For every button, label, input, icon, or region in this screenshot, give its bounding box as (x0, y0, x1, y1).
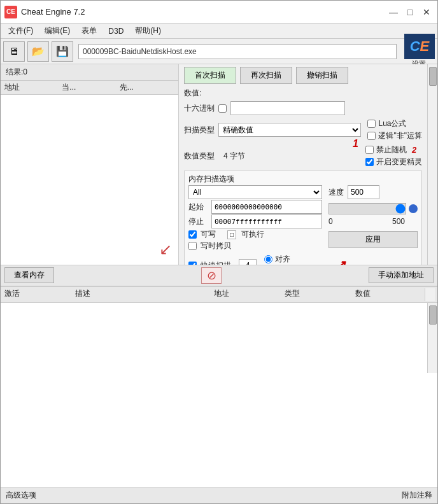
menu-table[interactable]: 表单 (76, 24, 102, 38)
not-logic-row: 逻辑"非"运算 (367, 130, 422, 141)
result-header: 结果:0 (1, 64, 178, 81)
scrollbar-thumb[interactable] (429, 67, 437, 86)
value-row: 数值: (184, 88, 422, 99)
col-type: 类型 (283, 288, 354, 301)
first-scan-button[interactable]: 首次扫描 (184, 67, 236, 84)
maximize-button[interactable]: □ (403, 6, 417, 18)
bottom-bar: 查看内存 ⊘ 手动添加地址 (1, 265, 437, 286)
copy-on-write-checkbox[interactable] (188, 242, 197, 250)
next-scan-button[interactable]: 再次扫描 (240, 67, 292, 84)
speed-input[interactable] (348, 185, 379, 199)
footer-annotation[interactable]: 附加注释 (402, 490, 432, 501)
annotation-3: ↗ (335, 257, 346, 265)
stop-label: 停止 (188, 216, 208, 227)
close-button[interactable]: ✕ (420, 6, 434, 18)
addr-table-header: 激活 描述 地址 类型 数值 (1, 287, 437, 303)
memory-scan-label-row: 内存扫描选项 (188, 174, 418, 185)
memory-select-row: All (188, 185, 322, 199)
slider-max: 500 (392, 217, 405, 226)
open-button[interactable]: 📂 (27, 41, 49, 62)
scan-type-select[interactable]: 精确数值 (218, 123, 361, 137)
copy-on-write-label: 写时拷贝 (201, 241, 231, 251)
delete-button[interactable]: ⊘ (201, 267, 222, 284)
stop-random-label: 禁止随机 (376, 144, 407, 155)
table-scrollbar[interactable] (427, 303, 437, 373)
start-row: 起始 (188, 200, 322, 214)
result-count: 结果:0 (3, 66, 30, 79)
col-active: 激活 (3, 288, 74, 301)
menu-bar: 文件(F) 编辑(E) 表单 D3D 帮助(H) (1, 24, 437, 39)
monitor-button[interactable]: 🖥 (3, 41, 25, 62)
lua-formula-checkbox[interactable] (367, 120, 376, 128)
speed-row: 速度 (328, 185, 418, 199)
value-input[interactable] (230, 101, 345, 115)
window-controls: — □ ✕ (386, 6, 434, 18)
scan-results-list[interactable]: ↙ (1, 95, 178, 265)
view-memory-button[interactable]: 查看内存 (4, 267, 54, 283)
right-scrollbar[interactable] (427, 64, 437, 265)
stop-random-row: 禁止随机 2 (365, 144, 422, 155)
addr-table-body[interactable] (1, 303, 437, 503)
title-left: CE Cheat Engine 7.2 (4, 6, 85, 18)
process-bar[interactable]: 000009BC-BaiduNetdiskHost.exe (78, 44, 397, 59)
hex-checkbox[interactable] (218, 104, 227, 113)
memory-scan-section: 内存扫描选项 All 起始 停 (184, 171, 422, 265)
stop-input[interactable] (211, 214, 322, 228)
col-description: 描述 (74, 288, 213, 301)
start-label: 起始 (188, 202, 208, 213)
col-addr: 地址 (213, 288, 283, 301)
lua-formula-label: Lua公式 (378, 118, 406, 129)
col-value: 数值 (354, 288, 425, 301)
hex-row: 十六进制 (184, 101, 422, 115)
enable-change-checkbox[interactable] (365, 158, 374, 166)
cancel-scan-button[interactable]: 撤销扫描 (296, 67, 348, 84)
arrow-down-indicator: ↙ (159, 241, 172, 258)
slider-container (328, 203, 418, 214)
col-current: 当... (60, 81, 118, 94)
copy-on-write-row: 写时拷贝 (188, 241, 322, 251)
start-input[interactable] (211, 200, 322, 214)
memory-scan-label: 内存扫描选项 (188, 174, 234, 185)
col-previous: 先... (118, 81, 176, 94)
apply-button[interactable]: 应用 (328, 231, 418, 248)
fast-scan-input[interactable] (239, 259, 257, 265)
stop-random-checkbox[interactable] (365, 146, 374, 154)
executable-label: 可执行 (241, 229, 264, 240)
save-button[interactable]: 💾 (52, 41, 73, 62)
footer-advanced[interactable]: 高级选项 (6, 490, 36, 501)
left-panel: 结果:0 地址 当... 先... ↙ (1, 64, 179, 265)
memory-scan-left: All 起始 停止 可写 (188, 185, 322, 265)
value-label: 数值: (184, 88, 201, 99)
manual-add-button[interactable]: 手动添加地址 (369, 267, 434, 283)
table-scrollbar-top (425, 288, 435, 301)
align-label: 对齐 (275, 254, 290, 265)
footer: 高级选项 附加注释 (1, 487, 437, 503)
value-type-value: 4 字节 (223, 151, 245, 162)
minimize-button[interactable]: — (386, 6, 400, 18)
align-radio[interactable] (264, 255, 272, 263)
speed-slider[interactable] (328, 203, 406, 214)
not-logic-checkbox[interactable] (367, 132, 376, 140)
fast-scan-row: 快速扫描 对齐 最后位数 (188, 254, 322, 265)
toolbar: 🖥 📂 💾 000009BC-BaiduNetdiskHost.exe CE 设… (1, 39, 437, 64)
column-headers: 地址 当... 先... (1, 81, 178, 95)
fast-scan-label: 快速扫描 (201, 260, 231, 265)
not-logic-label: 逻辑"非"运算 (378, 130, 422, 141)
memory-type-select[interactable]: All (188, 185, 322, 199)
hex-label: 十六进制 (184, 103, 215, 114)
table-scrollbar-thumb[interactable] (429, 305, 437, 325)
menu-d3d[interactable]: D3D (103, 25, 129, 37)
menu-help[interactable]: 帮助(H) (130, 24, 166, 38)
menu-edit[interactable]: 编辑(E) (39, 24, 75, 38)
addr-table-content (1, 303, 427, 503)
window-title: Cheat Engine 7.2 (21, 7, 85, 17)
writable-checkbox[interactable] (188, 230, 197, 239)
address-table: 激活 描述 地址 类型 数值 (1, 286, 437, 487)
writable-row: 可写 □ 可执行 (188, 229, 322, 240)
content-area: 结果:0 地址 当... 先... ↙ 首次扫描 再次扫描 撤销扫描 数值: (1, 64, 437, 265)
menu-file[interactable]: 文件(F) (3, 24, 38, 38)
slider-min: 0 (328, 217, 333, 226)
ce-logo: CE (404, 34, 435, 59)
scan-buttons: 首次扫描 再次扫描 撤销扫描 (184, 67, 422, 84)
scan-type-label: 扫描类型 (184, 125, 215, 136)
